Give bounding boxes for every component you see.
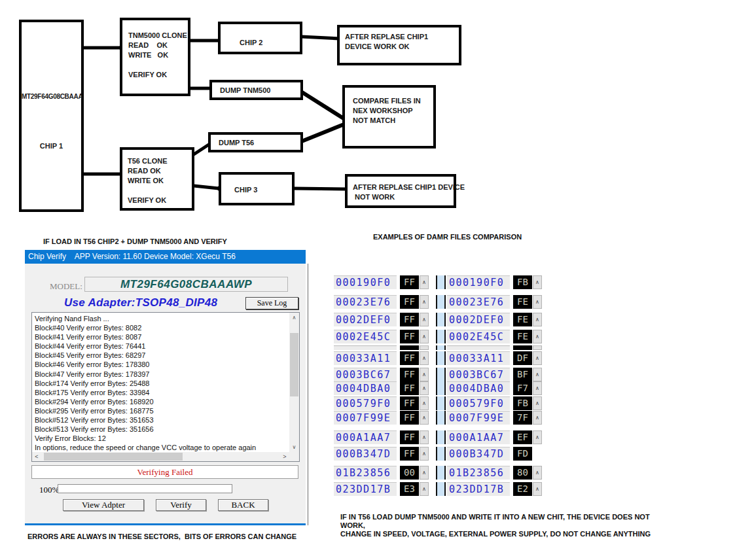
hex-address: 000190F0 bbox=[334, 275, 397, 289]
hex-value-dump: FE bbox=[513, 295, 532, 309]
spin-up-icon[interactable]: ∧ bbox=[533, 381, 542, 395]
hex-value-original: FF bbox=[400, 295, 419, 309]
hex-right-pane bbox=[447, 345, 542, 350]
screenshot-root: { "flowchart": { "chip1": { "line1": "MT… bbox=[0, 0, 754, 560]
spin-up-icon[interactable]: ∧ bbox=[420, 466, 429, 480]
hex-compare-row: 0002E45CFF∧ 0002E45CFE∧ bbox=[334, 330, 542, 343]
spin-up-icon[interactable]: ∧ bbox=[533, 482, 542, 496]
scroll-left-icon[interactable]: < bbox=[32, 453, 41, 460]
flowchart-box-tnm5000-clone: TNM5000 CLONE READ OK WRITE OK VERIFY OK bbox=[120, 18, 190, 96]
hex-right-pane: 0007F99E7F∧ bbox=[447, 411, 542, 425]
back-button[interactable]: BACK bbox=[218, 499, 268, 511]
vertical-scrollbar[interactable]: ∧ ∨ bbox=[289, 313, 299, 452]
spin-up-icon[interactable]: ∧ bbox=[420, 313, 429, 326]
hex-compare-row: 023DD17BE3∧ 023DD17BE2∧ bbox=[334, 482, 542, 496]
pane-divider bbox=[436, 447, 446, 461]
scroll-right-icon[interactable]: > bbox=[280, 453, 289, 460]
hex-address: 0003BC67 bbox=[447, 368, 510, 381]
pane-divider bbox=[436, 482, 446, 496]
hex-address: 000579F0 bbox=[447, 396, 510, 410]
log-line: Block#40 Verify error Bytes: 8082 bbox=[35, 323, 289, 332]
hex-address: 000190F0 bbox=[447, 275, 510, 289]
spin-up-icon[interactable]: ∧ bbox=[533, 430, 542, 444]
chip-verify-dialog: Chip Verify APP Version: 11.60 Device Mo… bbox=[25, 250, 306, 525]
spin-up-icon[interactable]: ∧ bbox=[420, 396, 429, 410]
log-line: Block#45 Verify error Bytes: 68297 bbox=[35, 351, 289, 360]
hex-value-original: FF bbox=[400, 381, 419, 395]
hex-right-pane: 00023E76FE∧ bbox=[447, 295, 542, 309]
hex-comparison-panel: 000190F0FF∧ 000190F0FB∧ 00023E76FF∧ 0002… bbox=[334, 275, 542, 496]
hex-value-dump: FE bbox=[513, 330, 532, 343]
progress-percent-label: 100% bbox=[39, 485, 59, 495]
spin-up-icon[interactable]: ∧ bbox=[420, 351, 429, 365]
hex-address: 023DD17B bbox=[334, 482, 397, 496]
hex-compare-row: 000A1AA7FF∧ 000A1AA7EF∧ bbox=[334, 430, 542, 444]
scroll-up-icon[interactable]: ∧ bbox=[289, 313, 299, 323]
hex-right-pane: 00033A11DF∧ bbox=[447, 351, 542, 365]
spin-up-icon[interactable]: ∧ bbox=[533, 330, 542, 343]
hex-left-pane: 01B2385600∧ bbox=[334, 466, 429, 480]
hex-right-pane: 000A1AA7EF∧ bbox=[447, 430, 542, 444]
spin-up-icon[interactable]: ∧ bbox=[420, 295, 429, 309]
vertical-scroll-thumb[interactable] bbox=[290, 333, 298, 396]
hex-address: 01B23856 bbox=[447, 466, 510, 480]
spin-up-icon[interactable]: ∧ bbox=[533, 295, 542, 309]
spin-up-icon[interactable]: ∧ bbox=[533, 396, 542, 410]
hex-value-dump: F7 bbox=[513, 381, 532, 395]
hex-compare-row-clipped bbox=[334, 345, 542, 350]
hex-compare-row: 0007F99EFF∧ 0007F99E7F∧ bbox=[334, 411, 542, 425]
hex-value-dump: FE bbox=[513, 313, 532, 326]
hex-value-dump: EF bbox=[513, 430, 532, 444]
verify-button[interactable]: Verify bbox=[156, 499, 206, 511]
scroll-down-icon[interactable]: ∨ bbox=[289, 442, 299, 452]
progress-bar bbox=[58, 484, 232, 493]
hex-value-dump: FB bbox=[513, 275, 532, 289]
pane-divider bbox=[436, 368, 446, 381]
hex-left-pane: 0007F99EFF∧ bbox=[334, 411, 429, 425]
spin-up-icon[interactable]: ∧ bbox=[420, 275, 429, 289]
save-log-button[interactable]: Save Log bbox=[245, 297, 298, 309]
hex-compare-row: 0004DBA0FF∧ 0004DBA0F7∧ bbox=[334, 381, 542, 395]
hex-right-pane: 023DD17BE2∧ bbox=[447, 482, 542, 496]
horizontal-scroll-thumb[interactable] bbox=[44, 453, 183, 461]
hex-address: 0002E45C bbox=[334, 330, 397, 343]
log-line: Block#41 Verify error Bytes: 8087 bbox=[35, 332, 289, 341]
flowchart-box-dump-tnm500: DUMP TNM500 bbox=[209, 80, 303, 100]
spin-up-icon[interactable]: ∧ bbox=[533, 275, 542, 289]
hex-value-dump: E2 bbox=[513, 482, 532, 496]
view-adapter-button[interactable]: View Adpter bbox=[63, 499, 144, 511]
log-line: Verifying Nand Flash ... bbox=[35, 314, 289, 323]
spin-up-icon[interactable]: ∧ bbox=[533, 411, 542, 425]
spin-up-icon[interactable]: ∧ bbox=[533, 313, 542, 326]
model-field: MT29F64G08CBAAAWP bbox=[84, 277, 288, 292]
model-label: MODEL: bbox=[50, 281, 82, 292]
pane-divider bbox=[436, 295, 446, 309]
hex-address: 000B347D bbox=[447, 447, 510, 461]
spin-up-icon[interactable]: ∧ bbox=[420, 411, 429, 425]
pane-divider bbox=[436, 351, 446, 365]
spin-up-icon[interactable]: ∧ bbox=[533, 466, 542, 480]
caption-if-load-t56: IF LOAD IN T56 CHIP2 + DUMP TNM5000 AND … bbox=[43, 237, 227, 245]
spin-up-icon[interactable]: ∧ bbox=[420, 368, 429, 381]
verify-log-area[interactable]: Verifying Nand Flash ...Block#40 Verify … bbox=[31, 312, 300, 462]
caption-examples-comparison: EXAMPLES OF DAMR FILES COMPARISON bbox=[373, 233, 522, 241]
hex-right-pane: 000579F0FB∧ bbox=[447, 396, 542, 410]
hex-value-original: FF bbox=[400, 411, 419, 425]
horizontal-scrollbar[interactable]: < > bbox=[32, 452, 289, 461]
spin-up-icon[interactable]: ∧ bbox=[533, 351, 542, 365]
hex-value-original: FF bbox=[400, 313, 419, 326]
hex-value-dump: FB bbox=[513, 396, 532, 410]
spin-up-icon[interactable]: ∧ bbox=[420, 447, 429, 461]
hex-address: 0002DEF0 bbox=[334, 313, 397, 326]
spin-up-icon[interactable]: ∧ bbox=[420, 330, 429, 343]
hex-address: 0003BC67 bbox=[334, 368, 397, 381]
spin-up-icon[interactable]: ∧ bbox=[420, 430, 429, 444]
spin-up-icon[interactable]: ∧ bbox=[420, 482, 429, 496]
hex-address: 01B23856 bbox=[334, 466, 397, 480]
hex-address: 0002DEF0 bbox=[447, 313, 510, 326]
spin-up-icon[interactable]: ∧ bbox=[420, 381, 429, 395]
hex-compare-row: 000B347DFF∧ 000B347DFD∧ bbox=[334, 447, 542, 461]
hex-address: 00023E76 bbox=[447, 295, 510, 309]
spin-up-icon[interactable]: ∧ bbox=[533, 368, 542, 381]
pane-divider bbox=[436, 430, 446, 444]
